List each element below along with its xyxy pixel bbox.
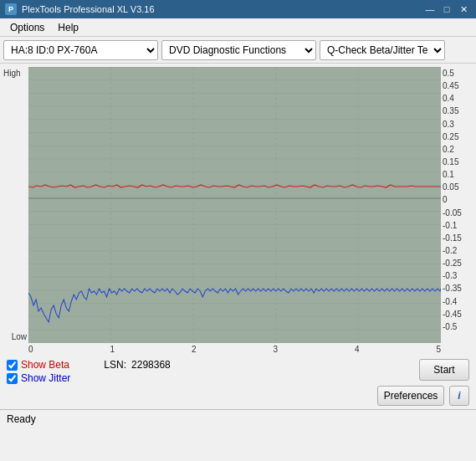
y-right-0.15: 0.15	[443, 157, 473, 166]
y-right-neg0.4: -0.4	[443, 297, 473, 306]
app-icon: P	[5, 3, 17, 15]
status-text: Ready	[7, 413, 36, 425]
info-button[interactable]: i	[449, 386, 469, 406]
title-bar-left: P PlexTools Professional XL V3.16	[5, 3, 155, 15]
y-right-0: 0	[443, 195, 473, 204]
y-right-neg0.35: -0.35	[443, 284, 473, 293]
y-right-0.4: 0.4	[443, 94, 473, 103]
title-bar: P PlexTools Professional XL V3.16 — □ ✕	[0, 0, 476, 18]
y-right-0.3: 0.3	[443, 120, 473, 129]
x-spacer-right	[441, 343, 473, 354]
menu-options[interactable]: Options	[3, 20, 51, 35]
x-spacer-left	[3, 343, 28, 354]
maximize-button[interactable]: □	[439, 3, 454, 16]
lsn-value: 2298368	[131, 359, 171, 371]
chart-container: High Low	[0, 64, 476, 354]
y-label-high: High	[3, 69, 23, 78]
chart-wrapper: High Low	[3, 67, 473, 343]
svg-rect-0	[28, 67, 441, 343]
menu-bar: Options Help	[0, 18, 476, 37]
toolbar: HA:8 ID:0 PX-760A DVD Diagnostic Functio…	[0, 37, 476, 64]
show-beta-label: Show Beta	[21, 359, 69, 371]
y-right-neg0.25: -0.25	[443, 259, 473, 268]
close-button[interactable]: ✕	[456, 3, 471, 16]
lsn-label: LSN:	[104, 359, 126, 371]
bottom-row2: Preferences i	[7, 386, 469, 406]
y-right-0.05: 0.05	[443, 182, 473, 192]
right-buttons: Start	[419, 359, 469, 381]
lsn-area: LSN: 2298368	[104, 359, 170, 371]
y-right-0.5: 0.5	[443, 69, 473, 78]
y-right-neg0.2: -0.2	[443, 246, 473, 255]
function-select[interactable]: DVD Diagnostic Functions	[161, 40, 316, 60]
show-jitter-label: Show Jitter	[21, 372, 70, 384]
preferences-button[interactable]: Preferences	[377, 386, 444, 406]
y-label-low: Low	[12, 332, 28, 341]
show-jitter-checkbox[interactable]	[7, 373, 18, 384]
y-right-0.25: 0.25	[443, 132, 473, 141]
y-right-0.1: 0.1	[443, 170, 473, 179]
bottom-row1: Show Beta Show Jitter LSN: 2298368 Start	[7, 359, 469, 384]
x-axis-row: 0 1 2 3 4 5	[3, 343, 473, 354]
y-right-neg0.05: -0.05	[443, 208, 473, 218]
start-button[interactable]: Start	[419, 359, 469, 381]
y-right-0.35: 0.35	[443, 106, 473, 115]
title-bar-controls: — □ ✕	[422, 3, 471, 16]
y-right-0.2: 0.2	[443, 145, 473, 154]
menu-help[interactable]: Help	[51, 20, 85, 35]
x-label-1: 1	[110, 345, 115, 354]
y-right-neg0.3: -0.3	[443, 271, 473, 280]
x-label-3: 3	[273, 345, 278, 354]
drive-select[interactable]: HA:8 ID:0 PX-760A	[3, 40, 158, 60]
show-beta-row: Show Beta	[7, 359, 70, 371]
y-right-neg0.5: -0.5	[443, 322, 473, 331]
chart-area	[28, 67, 441, 343]
y-axis-left: High Low	[3, 67, 28, 343]
x-label-0: 0	[28, 345, 33, 354]
test-select[interactable]: Q-Check Beta/Jitter Test	[320, 40, 445, 60]
bottom-panel: Show Beta Show Jitter LSN: 2298368 Start…	[0, 354, 476, 409]
y-axis-right: 0.5 0.45 0.4 0.35 0.3 0.25 0.2 0.15 0.1 …	[441, 67, 473, 343]
x-label-4: 4	[355, 345, 360, 354]
status-bar: Ready	[0, 409, 476, 428]
y-right-neg0.15: -0.15	[443, 233, 473, 243]
minimize-button[interactable]: —	[422, 3, 438, 16]
x-axis: 0 1 2 3 4 5	[28, 343, 441, 354]
show-beta-checkbox[interactable]	[7, 360, 18, 371]
y-right-neg0.1: -0.1	[443, 221, 473, 230]
x-label-2: 2	[192, 345, 197, 354]
y-right-neg0.45: -0.45	[443, 310, 473, 319]
chart-svg	[28, 67, 441, 343]
checkboxes: Show Beta Show Jitter	[7, 359, 70, 384]
show-jitter-row: Show Jitter	[7, 372, 70, 384]
app-title: PlexTools Professional XL V3.16	[22, 4, 155, 14]
y-right-0.45: 0.45	[443, 81, 473, 90]
